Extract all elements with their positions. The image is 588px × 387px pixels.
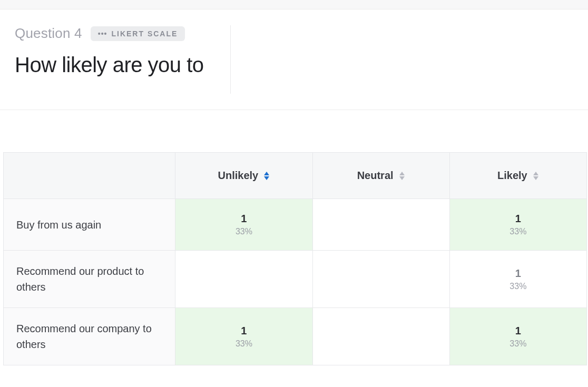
question-number-label: Question 4	[15, 25, 82, 42]
question-meta-row: Question 4 ••• LIKERT SCALE	[15, 25, 204, 42]
column-header[interactable]: Likely	[449, 153, 586, 199]
column-header-label: Neutral	[357, 170, 394, 182]
response-cell	[175, 251, 312, 308]
likert-table-body: Buy from us again1 33%1 33%Recommend our…	[4, 199, 587, 365]
sort-icon	[399, 172, 405, 180]
question-type-text: LIKERT SCALE	[111, 29, 178, 38]
table-row: Recommend our product to others1 33%	[4, 251, 587, 308]
response-count: 1	[450, 213, 586, 225]
response-cell: 1 33%	[449, 251, 586, 308]
row-label: Recommend our company to others	[4, 308, 175, 365]
response-count: 1	[175, 325, 312, 337]
response-cell: 1 33%	[175, 199, 312, 251]
row-label: Recommend our product to others	[4, 251, 175, 308]
question-type-badge: ••• LIKERT SCALE	[91, 26, 185, 41]
sort-icon	[263, 172, 270, 180]
response-cell	[312, 199, 449, 251]
response-percent: 33%	[450, 282, 586, 291]
response-cell: 1 33%	[449, 308, 586, 365]
sort-icon	[533, 172, 539, 180]
response-count: 1	[450, 267, 586, 280]
response-percent: 33%	[450, 339, 586, 349]
response-percent: 33%	[450, 227, 586, 236]
column-header-label: Likely	[497, 170, 527, 182]
column-header-label: Unlikely	[218, 170, 259, 182]
table-row: Recommend our company to others1 33%1 33…	[4, 308, 587, 365]
question-title: How likely are you to	[15, 53, 204, 77]
response-cell: 1 33%	[175, 308, 312, 365]
likert-table-wrap: Unlikely Neutral Likely Buy from us agai…	[0, 110, 588, 365]
response-percent: 33%	[175, 227, 312, 236]
response-count: 1	[175, 213, 312, 225]
response-percent: 33%	[175, 339, 312, 349]
response-cell	[312, 251, 449, 308]
row-label: Buy from us again	[4, 199, 175, 251]
question-header: Question 4 ••• LIKERT SCALE How likely a…	[0, 9, 588, 110]
likert-corner-cell	[4, 153, 175, 199]
question-header-left: Question 4 ••• LIKERT SCALE How likely a…	[15, 25, 231, 94]
column-header[interactable]: Neutral	[312, 153, 449, 199]
top-bar	[0, 0, 588, 9]
response-cell: 1 33%	[449, 199, 586, 251]
ellipsis-icon: •••	[98, 30, 107, 37]
response-cell	[312, 308, 449, 365]
table-row: Buy from us again1 33%1 33%	[4, 199, 587, 251]
likert-table: Unlikely Neutral Likely Buy from us agai…	[3, 152, 587, 365]
likert-table-head: Unlikely Neutral Likely	[4, 153, 587, 199]
column-header[interactable]: Unlikely	[175, 153, 312, 199]
response-count: 1	[450, 325, 586, 337]
